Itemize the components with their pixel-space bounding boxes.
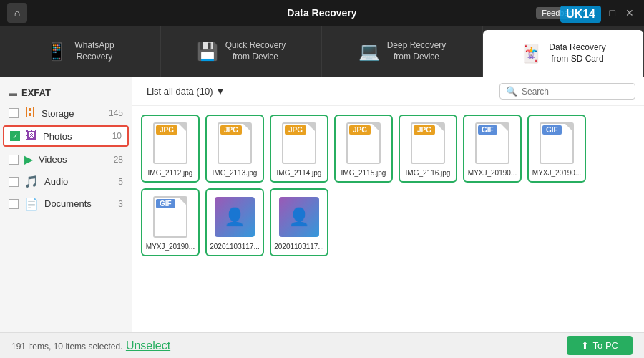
documents-label: Documents (44, 198, 92, 209)
home-button[interactable]: ⌂ (7, 3, 27, 23)
jpg-badge: JPG (220, 125, 242, 135)
dropdown-arrow-icon: ▼ (216, 86, 225, 97)
file-icon-wrap: GIF (150, 194, 190, 240)
gif-badge: GIF (478, 125, 497, 135)
nav-tabs: 📱 WhatsAppRecovery 💾 Quick Recoveryfrom … (0, 26, 644, 77)
photos-checkbox[interactable]: ✓ (10, 131, 20, 141)
photos-count: 10 (112, 131, 122, 141)
file-doc-img2113: JPG (218, 122, 252, 164)
sidebar-item-documents[interactable]: 📄 Documents 3 (0, 193, 132, 215)
person-icon: 👤 (224, 207, 245, 227)
file-doc-img2115: JPG (346, 122, 381, 164)
documents-icon: 📄 (24, 197, 39, 211)
file-name-img2112: IMG_2112.jpg (148, 169, 193, 177)
sidebar-item-photos[interactable]: ✓ 🖼 Photos 10 (3, 125, 129, 147)
close-button[interactable]: ✕ (623, 7, 637, 19)
list-all-button[interactable]: List all data (10) ▼ (141, 83, 230, 100)
file-name-img2116: IMG_2116.jpg (406, 169, 451, 177)
file-icon-wrap: JPG (150, 120, 190, 166)
gif-badge: GIF (156, 199, 175, 208)
sidebar-item-videos[interactable]: ▶ Videos 28 (0, 148, 132, 170)
file-item-gif2[interactable]: GIF MYXJ_20190... (527, 115, 586, 183)
photos-label: Photos (43, 131, 72, 142)
file-doc-gif1: GIF (475, 122, 509, 164)
content-toolbar: List all data (10) ▼ 🔍 (132, 77, 644, 106)
audio-label: Audio (44, 176, 68, 187)
maximize-button[interactable]: □ (607, 7, 618, 19)
search-input[interactable] (522, 87, 629, 97)
tab-sdcard[interactable]: 🃏 Data Recoveryfrom SD Card (483, 30, 644, 77)
jpg-badge: JPG (156, 125, 177, 135)
sidebar-title: EXFAT (21, 87, 51, 98)
storage-checkbox[interactable] (9, 108, 19, 118)
audio-count: 5 (118, 177, 123, 187)
file-item-img2116[interactable]: JPG IMG_2116.jpg (399, 115, 457, 183)
file-name-photo1: 20201103117... (210, 243, 260, 251)
videos-icon: ▶ (24, 153, 33, 166)
videos-checkbox[interactable] (9, 155, 19, 165)
tab-deep[interactable]: 💻 Deep Recoveryfrom Device (322, 26, 483, 77)
file-name-photo2: 20201103117... (274, 243, 324, 251)
videos-label: Videos (39, 154, 67, 165)
file-doc-img2114: JPG (282, 122, 316, 164)
sidebar: ▬ EXFAT 🗄 Storage 145 ✓ 🖼 Photos 10 ▶ Vi… (0, 77, 132, 332)
tab-whatsapp[interactable]: 📱 WhatsAppRecovery (0, 26, 161, 77)
file-item-img2115[interactable]: JPG IMG_2115.jpg (334, 115, 393, 183)
file-icon-wrap: JPG (215, 120, 255, 166)
file-name-img2113: IMG_2113.jpg (213, 169, 258, 177)
file-icon-wrap: GIF (472, 120, 512, 166)
file-icon-wrap: JPG (408, 120, 448, 166)
items-selected-text: 191 items, 10 items selected. (11, 342, 122, 352)
to-pc-button[interactable]: ⬆ To PC (567, 336, 633, 355)
file-item-img2114[interactable]: JPG IMG_2114.jpg (270, 115, 328, 183)
search-box: 🔍 (499, 83, 635, 100)
gif-badge: GIF (542, 125, 562, 135)
file-name-gif3: MYXJ_20190... (146, 243, 195, 251)
sidebar-item-storage[interactable]: 🗄 Storage 145 (0, 102, 132, 124)
file-name-img2114: IMG_2114.jpg (277, 169, 322, 177)
to-pc-label: To PC (593, 340, 618, 351)
collapse-icon[interactable]: ▬ (9, 88, 17, 98)
file-doc-img2112: JPG (153, 122, 187, 164)
sidebar-header: ▬ EXFAT (0, 83, 132, 102)
person-icon: 👤 (288, 207, 310, 227)
sdcard-icon: 🃏 (520, 44, 542, 64)
file-item-photo1[interactable]: 👤 20201103117... (205, 188, 264, 256)
main-area: ▬ EXFAT 🗄 Storage 145 ✓ 🖼 Photos 10 ▶ Vi… (0, 77, 644, 332)
quick-icon: 💾 (197, 42, 218, 62)
file-item-img2112[interactable]: JPG IMG_2112.jpg (141, 115, 200, 183)
documents-count: 3 (118, 199, 123, 209)
status-bar: 191 items, 10 items selected. Unselect ⬆… (0, 332, 644, 358)
file-doc-gif2: GIF (540, 122, 574, 164)
upload-icon: ⬆ (581, 340, 589, 351)
audio-icon: 🎵 (24, 175, 39, 188)
app-title: Data Recovery (287, 7, 356, 19)
tab-quick[interactable]: 💾 Quick Recoveryfrom Device (161, 26, 322, 77)
audio-checkbox[interactable] (9, 177, 19, 187)
file-item-gif3[interactable]: GIF MYXJ_20190... (141, 188, 200, 256)
unselect-link[interactable]: Unselect (126, 339, 170, 352)
file-icon-wrap: JPG (279, 120, 319, 166)
search-icon: 🔍 (506, 86, 517, 97)
file-icon-wrap: JPG (343, 120, 384, 166)
file-name-gif1: MYXJ_20190... (468, 169, 517, 177)
file-name-img2115: IMG_2115.jpg (341, 169, 386, 177)
file-doc-gif3: GIF (153, 196, 187, 238)
tab-whatsapp-label: WhatsAppRecovery (74, 40, 114, 62)
file-item-img2113[interactable]: JPG IMG_2113.jpg (205, 115, 264, 183)
photo-thumb-1: 👤 (215, 197, 255, 237)
photo-thumb-2: 👤 (279, 197, 319, 237)
storage-count: 145 (109, 108, 123, 118)
sidebar-item-audio[interactable]: 🎵 Audio 5 (0, 170, 132, 193)
photos-icon: 🖼 (26, 130, 37, 142)
file-icon-wrap: 👤 (215, 194, 255, 240)
title-bar-left: ⌂ (7, 3, 27, 23)
tab-quick-label: Quick Recoveryfrom Device (225, 40, 286, 62)
tab-deep-label: Deep Recoveryfrom Device (387, 40, 447, 62)
file-grid: JPG IMG_2112.jpg JPG IMG_2113.jpg JPG (132, 106, 644, 332)
file-item-photo2[interactable]: 👤 20201103117... (270, 188, 328, 256)
deep-icon: 💻 (358, 42, 380, 62)
documents-checkbox[interactable] (9, 199, 19, 209)
file-item-gif1[interactable]: GIF MYXJ_20190... (463, 115, 522, 183)
storage-icon: 🗄 (24, 107, 36, 120)
